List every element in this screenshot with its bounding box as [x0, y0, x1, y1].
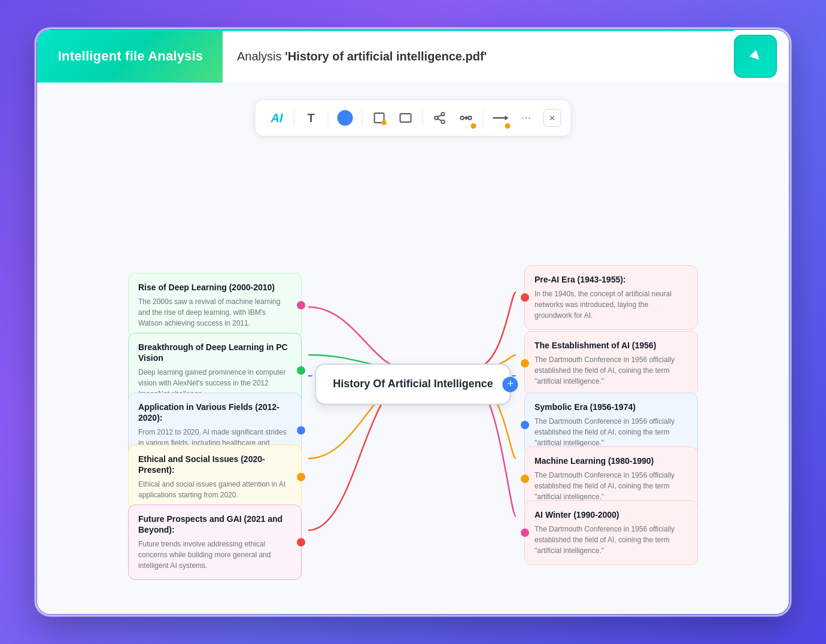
connect-dot: [471, 123, 476, 129]
node-left-5-dot: [297, 538, 305, 546]
toolbar: AI T: [255, 99, 572, 136]
node-right-2-dot: [521, 359, 529, 367]
node-left-5-desc: Future trends involve addressing ethical…: [138, 539, 291, 571]
center-node: History Of Artificial Intelligence +: [315, 363, 511, 405]
svg-line-7: [438, 115, 441, 117]
node-right-3-desc: The Dartmouth Conference in 1956 officia…: [535, 416, 688, 448]
node-right-2: The Establishment of AI (1956) The Dartm…: [524, 331, 698, 396]
center-node-plus[interactable]: +: [503, 376, 518, 392]
node-right-5-dot: [521, 528, 529, 537]
node-right-1-dot: [521, 293, 529, 302]
node-right-5-title: AI Winter (1990-2000): [535, 509, 688, 520]
node-left-4: Ethical and Social Issues (2020-Present)…: [128, 445, 302, 509]
toolbar-divider-1: [294, 110, 294, 126]
frame-icon: [372, 111, 387, 125]
send-icon: ►: [745, 44, 769, 68]
svg-point-3: [441, 113, 445, 116]
main-content: AI T: [37, 83, 789, 614]
node-left-2-title: Breakthrough of Deep Learning in PC Visi…: [138, 342, 291, 363]
node-right-1-title: Pre-AI Era (1943-1955):: [535, 274, 688, 285]
svg-line-6: [438, 119, 441, 121]
toolbar-divider-3: [362, 110, 363, 126]
toolbar-divider-4: [423, 110, 423, 126]
node-right-5-desc: The Dartmouth Conference in 1956 officia…: [535, 524, 688, 556]
brand-label: Intelligent file Analysis: [58, 48, 204, 64]
node-right-4-desc: The Dartmouth Conference in 1956 officia…: [535, 470, 688, 502]
node-left-5: Future Prospects and GAI (2021 and Beyon…: [128, 505, 302, 580]
share-icon: [433, 111, 447, 124]
line-dot: [505, 123, 511, 129]
node-right-3-title: Symbolic Era (1956-1974): [535, 402, 688, 412]
svg-point-4: [435, 116, 438, 120]
node-right-5: AI Winter (1990-2000) The Dartmouth Conf…: [524, 500, 698, 565]
line-tool-button[interactable]: [488, 106, 512, 130]
svg-point-8: [460, 116, 464, 120]
node-left-3-dot: [297, 426, 305, 435]
node-right-4-dot: [521, 475, 529, 483]
node-left-2-dot: [297, 366, 305, 375]
connect-tool-button[interactable]: [454, 106, 478, 130]
node-left-1-title: Rise of Deep Learning (2000-2010): [138, 282, 291, 293]
node-left-3-title: Application in Various Fields (2012-2020…: [138, 402, 291, 423]
brand-area: Intelligent file Analysis: [37, 30, 223, 83]
toolbar-close-button[interactable]: ✕: [543, 109, 561, 127]
send-button[interactable]: ►: [734, 35, 777, 78]
rect-icon: [399, 111, 413, 125]
header-title: Analysis 'History of artificial intellig…: [237, 50, 487, 63]
more-tool-button[interactable]: ···: [515, 106, 539, 130]
center-node-title: History Of Artificial Intelligence: [333, 378, 493, 390]
node-left-1-desc: The 2000s saw a revival of machine learn…: [138, 296, 291, 329]
circle-shape-icon: [338, 110, 353, 126]
ai-tool-button[interactable]: AI: [265, 106, 289, 130]
node-left-4-title: Ethical and Social Issues (2020-Present)…: [138, 454, 291, 475]
node-right-2-title: The Establishment of AI (1956): [535, 340, 688, 351]
svg-point-5: [441, 120, 445, 123]
node-left-4-dot: [297, 473, 305, 481]
toolbar-divider-2: [328, 110, 329, 126]
connect-icon: [460, 111, 473, 124]
node-left-1: Rise of Deep Learning (2000-2010) The 20…: [128, 273, 302, 338]
node-right-4-title: Machine Learning (1980-1990): [535, 455, 688, 466]
close-icon: ✕: [549, 114, 555, 123]
main-card: Intelligent file Analysis Analysis 'Hist…: [36, 29, 790, 615]
toolbar-divider-5: [483, 110, 484, 126]
rect-tool-button[interactable]: [394, 106, 418, 130]
svg-point-9: [468, 116, 472, 120]
svg-point-1: [382, 120, 387, 125]
node-left-4-desc: Ethical and social issues gained attenti…: [138, 479, 291, 500]
node-right-2-desc: The Dartmouth Conference in 1956 officia…: [535, 354, 688, 387]
node-right-1-desc: In the 1940s, the concept of artificial …: [535, 288, 688, 321]
svg-marker-14: [505, 116, 509, 120]
circle-tool-button[interactable]: [333, 106, 357, 130]
node-left-5-title: Future Prospects and GAI (2021 and Beyon…: [138, 514, 291, 535]
header-title-area: Analysis 'History of artificial intellig…: [223, 30, 734, 83]
node-right-1: Pre-AI Era (1943-1955): In the 1940s, th…: [524, 265, 698, 330]
node-right-3-dot: [521, 421, 529, 429]
svg-rect-2: [400, 114, 411, 122]
share-tool-button[interactable]: [428, 106, 452, 130]
header: Intelligent file Analysis Analysis 'Hist…: [37, 30, 789, 83]
line-icon: [492, 113, 509, 123]
frame-tool-button[interactable]: [368, 106, 391, 130]
node-left-1-dot: [297, 301, 305, 309]
text-tool-button[interactable]: T: [299, 106, 323, 130]
